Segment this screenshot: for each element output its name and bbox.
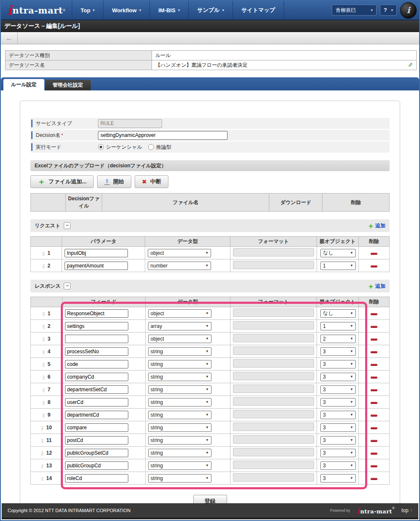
drag-handle-icon[interactable]: ⣿ xyxy=(41,439,44,443)
drag-handle-icon[interactable]: ⣿ xyxy=(42,413,45,417)
back-button[interactable]: ← xyxy=(1,32,18,44)
start-upload-button[interactable]: ⇧開始 xyxy=(97,175,131,188)
abort-upload-button[interactable]: ✖中断 xyxy=(135,175,168,188)
parent-object-select[interactable]: 3▼ xyxy=(320,411,356,419)
decision-name-input[interactable] xyxy=(98,131,228,140)
collapse-button[interactable]: − xyxy=(64,222,70,229)
delete-row-button[interactable] xyxy=(371,415,377,417)
row-value-input[interactable] xyxy=(65,423,128,432)
parent-object-select[interactable]: 1▼ xyxy=(320,262,356,270)
parent-object-select[interactable]: 3▼ xyxy=(320,398,356,406)
parent-object-select[interactable]: なし▼ xyxy=(320,249,356,257)
tab-rule-settings[interactable]: ルール設定 xyxy=(3,79,44,90)
nav-item-sample[interactable]: サンプル▾ xyxy=(188,1,233,19)
parent-object-select[interactable]: 3▼ xyxy=(320,423,356,432)
request-add-link[interactable]: ＋追加 xyxy=(367,222,385,229)
add-file-button[interactable]: ＋ファイル追加... xyxy=(30,175,94,188)
drag-handle-icon[interactable]: ⣿ xyxy=(42,325,45,329)
delete-row-button[interactable] xyxy=(371,326,377,328)
datatype-select[interactable]: string▼ xyxy=(148,360,211,368)
delete-row-button[interactable] xyxy=(371,338,377,341)
row-value-input[interactable] xyxy=(65,373,128,381)
delete-row-button[interactable] xyxy=(371,313,377,315)
row-value-input[interactable] xyxy=(65,262,128,270)
parent-object-select[interactable]: 2▼ xyxy=(320,335,356,343)
nav-item-im-bis[interactable]: IM-BIS▾ xyxy=(149,1,188,19)
drag-handle-icon[interactable]: ⣿ xyxy=(42,388,45,392)
row-value-input[interactable] xyxy=(65,335,128,343)
delete-row-button[interactable] xyxy=(371,465,377,467)
nav-item-top[interactable]: Top▾ xyxy=(72,1,103,19)
datatype-select[interactable]: string▼ xyxy=(148,461,211,470)
response-add-link[interactable]: ＋追加 xyxy=(367,283,385,290)
drag-handle-icon[interactable]: ⣿ xyxy=(42,337,45,341)
datatype-select[interactable]: string▼ xyxy=(148,436,211,445)
datatype-select[interactable]: object▼ xyxy=(148,309,211,318)
datatype-select[interactable]: string▼ xyxy=(148,411,211,419)
drag-handle-icon[interactable]: ⣿ xyxy=(42,264,45,268)
datatype-select[interactable]: string▼ xyxy=(148,347,211,356)
tab-company-settings[interactable]: 管理会社設定 xyxy=(45,80,91,90)
parent-object-select[interactable]: 1▼ xyxy=(320,322,356,330)
row-value-input[interactable] xyxy=(65,360,128,368)
row-value-input[interactable] xyxy=(65,461,128,470)
row-value-input[interactable] xyxy=(65,309,128,318)
row-value-input[interactable] xyxy=(65,385,128,394)
collapse-button[interactable]: − xyxy=(64,283,70,289)
row-value-input[interactable] xyxy=(65,474,128,483)
row-value-input[interactable] xyxy=(65,322,128,330)
datatype-select[interactable]: object▼ xyxy=(148,335,211,343)
delete-row-button[interactable] xyxy=(371,351,377,353)
delete-row-button[interactable] xyxy=(371,376,377,379)
parent-object-select[interactable]: 3▼ xyxy=(320,360,356,368)
datatype-select[interactable]: string▼ xyxy=(148,385,211,394)
datatype-select[interactable]: number▼ xyxy=(148,262,211,270)
delete-row-button[interactable] xyxy=(371,253,377,255)
drag-handle-icon[interactable]: ⣿ xyxy=(42,363,45,367)
brand-logo-button[interactable]: i xyxy=(400,2,417,19)
delete-row-button[interactable] xyxy=(371,427,377,429)
parent-object-select[interactable]: 3▼ xyxy=(320,436,356,445)
back-to-top-link[interactable]: top ↑ xyxy=(401,507,412,513)
nav-item-sitemap[interactable]: サイトマップ xyxy=(233,1,284,19)
datatype-select[interactable]: string▼ xyxy=(148,474,211,483)
delete-row-button[interactable] xyxy=(371,265,377,267)
row-value-input[interactable] xyxy=(65,411,128,419)
parent-object-select[interactable]: 3▼ xyxy=(320,385,356,394)
datatype-select[interactable]: string▼ xyxy=(148,423,211,432)
row-value-input[interactable] xyxy=(65,347,128,356)
edit-pencil-icon[interactable]: ✎ xyxy=(408,62,413,68)
datatype-select[interactable]: string▼ xyxy=(148,398,211,406)
datatype-select[interactable]: string▼ xyxy=(148,449,211,457)
delete-row-button[interactable] xyxy=(371,440,377,442)
row-value-input[interactable] xyxy=(65,398,128,406)
drag-handle-icon[interactable]: ⣿ xyxy=(42,312,45,316)
drag-handle-icon[interactable]: ⣿ xyxy=(42,401,45,405)
delete-row-button[interactable] xyxy=(371,478,377,480)
drag-handle-icon[interactable]: ⣿ xyxy=(41,477,44,481)
delete-row-button[interactable] xyxy=(371,453,377,455)
drag-handle-icon[interactable]: ⣿ xyxy=(42,251,45,256)
parent-object-select[interactable]: 3▼ xyxy=(320,474,356,483)
user-menu-button[interactable]: 青柳辰巳▾ xyxy=(332,5,377,16)
parent-object-select[interactable]: 3▼ xyxy=(320,347,356,356)
row-value-input[interactable] xyxy=(65,436,128,445)
parent-object-select[interactable]: 3▼ xyxy=(320,461,356,470)
drag-handle-icon[interactable]: ⣿ xyxy=(41,464,44,468)
drag-handle-icon[interactable]: ⣿ xyxy=(42,375,45,379)
delete-row-button[interactable] xyxy=(371,389,377,391)
drag-handle-icon[interactable]: ⣿ xyxy=(42,350,45,354)
datatype-select[interactable]: array▼ xyxy=(148,322,211,330)
radio-sequential[interactable]: シーケンシャル xyxy=(98,144,142,151)
drag-handle-icon[interactable]: ⣿ xyxy=(41,451,44,456)
radio-inference[interactable]: 推論型 xyxy=(148,144,171,151)
delete-row-button[interactable] xyxy=(371,364,377,366)
help-menu-button[interactable]: ?▾ xyxy=(380,5,397,16)
nav-item-workflow[interactable]: Workflow▾ xyxy=(103,1,149,19)
parent-object-select[interactable]: 3▼ xyxy=(320,449,356,457)
delete-row-button[interactable] xyxy=(371,402,377,404)
drag-handle-icon[interactable]: ⣿ xyxy=(41,426,44,430)
row-value-input[interactable] xyxy=(65,449,128,457)
parent-object-select[interactable]: なし▼ xyxy=(320,309,356,318)
datatype-select[interactable]: string▼ xyxy=(148,373,211,381)
